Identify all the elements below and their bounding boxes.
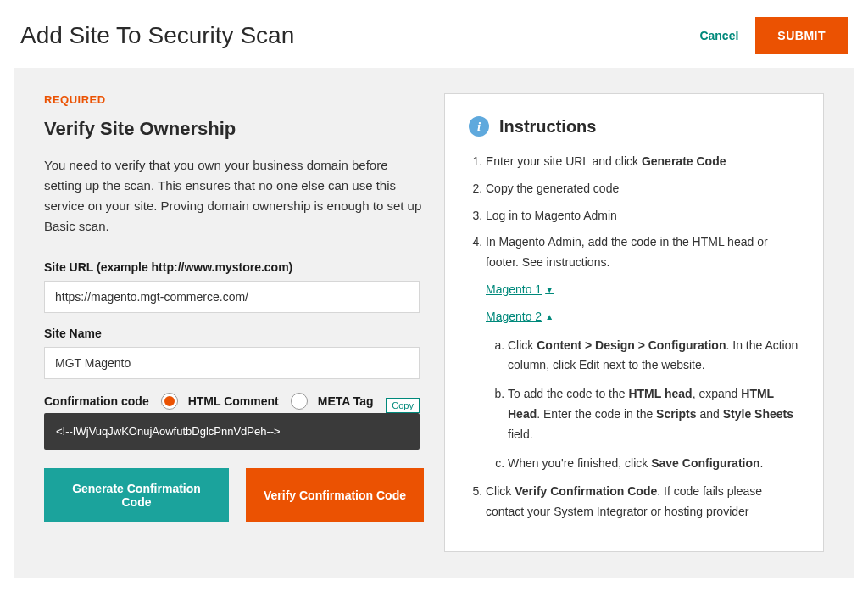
instruction-substep-b: To add the code to the HTML head, expand…	[508, 384, 799, 444]
instruction-step-4: In Magento Admin, add the code in the HT…	[486, 232, 799, 473]
site-url-input[interactable]	[44, 281, 420, 313]
page-title: Add Site To Security Scan	[20, 22, 294, 49]
site-name-label: Site Name	[44, 327, 424, 340]
copy-button[interactable]: Copy	[386, 398, 420, 413]
instruction-substep-c: When you're finished, click Save Configu…	[508, 454, 799, 474]
confirmation-code-label: Confirmation code	[44, 394, 149, 408]
verify-ownership-title: Verify Site Ownership	[44, 118, 424, 140]
chevron-down-icon: ▼	[545, 282, 554, 297]
submit-button[interactable]: SUBMIT	[755, 17, 848, 54]
site-url-label: Site URL (example http://www.mystore.com…	[44, 260, 424, 274]
instruction-step-2: Copy the generated code	[486, 179, 799, 199]
html-comment-radio[interactable]	[161, 393, 178, 410]
verify-code-button[interactable]: Verify Confirmation Code	[246, 468, 424, 522]
instruction-step-3: Log in to Magento Admin	[486, 206, 799, 226]
magento-2-link[interactable]: Magento 2 ▲	[486, 307, 554, 327]
intro-text: You need to verify that you own your bus…	[44, 155, 424, 237]
confirmation-code-box[interactable]: <!--IWjVuqJwKOnujAowfutbDglcPnnVdPeh-->	[44, 413, 420, 450]
instruction-step-1: Enter your site URL and click Generate C…	[486, 152, 799, 172]
meta-tag-label: META Tag	[318, 394, 374, 408]
info-icon: i	[469, 116, 489, 137]
generate-code-button[interactable]: Generate Confirmation Code	[44, 468, 229, 522]
instruction-step-5: Click Verify Confirmation Code. If code …	[486, 482, 799, 522]
chevron-up-icon: ▲	[545, 310, 554, 324]
cancel-link[interactable]: Cancel	[699, 29, 738, 42]
site-name-input[interactable]	[44, 347, 420, 379]
instructions-title: Instructions	[499, 117, 596, 137]
meta-tag-radio[interactable]	[291, 393, 308, 410]
instruction-substep-a: Click Content > Design > Configuration. …	[508, 336, 799, 377]
required-label: REQUIRED	[44, 93, 424, 106]
html-comment-label: HTML Comment	[188, 394, 279, 408]
magento-1-link[interactable]: Magento 1 ▼	[486, 280, 554, 300]
instructions-panel: i Instructions Enter your site URL and c…	[444, 93, 824, 552]
